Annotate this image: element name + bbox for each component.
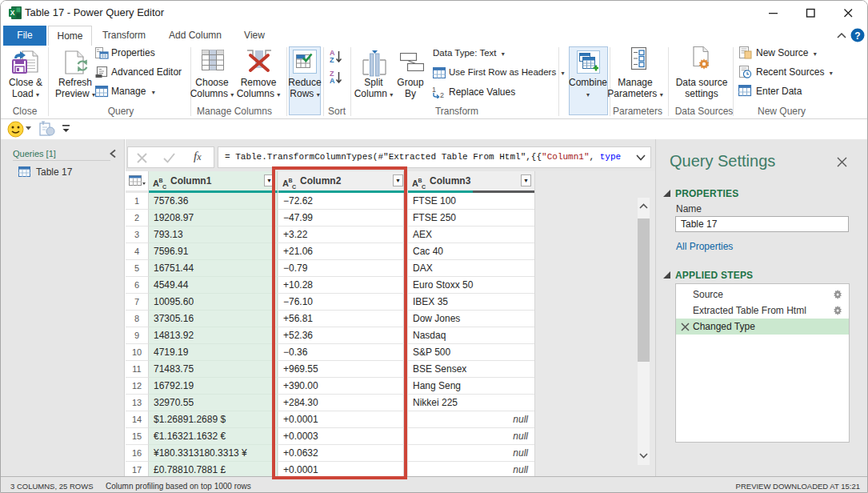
svg-text:Z: Z [330, 56, 334, 64]
svg-text:A: A [330, 77, 335, 85]
svg-text:?: ? [854, 30, 860, 42]
svg-text:Z: Z [330, 70, 334, 78]
svg-text:1: 1 [432, 86, 436, 94]
svg-text:2: 2 [440, 91, 444, 98]
svg-text:A: A [330, 49, 335, 57]
svg-text:X: X [10, 9, 15, 17]
